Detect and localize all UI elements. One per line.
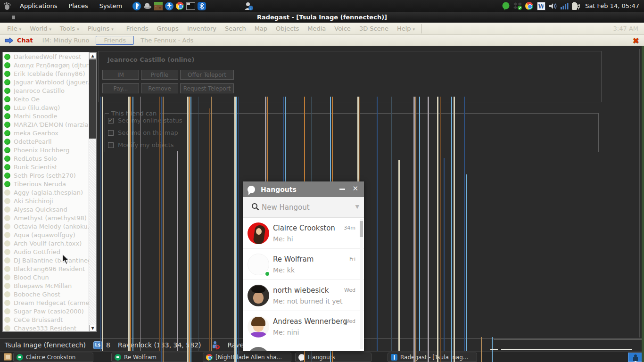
volume-icon[interactable] bbox=[548, 1, 558, 11]
friend-row[interactable]: Sugar Paw (casio2000) bbox=[3, 307, 96, 315]
chrome-icon[interactable] bbox=[175, 1, 185, 11]
friend-row[interactable]: Αιαιηα Ρεηδяαgøη (djtundrai bbox=[3, 61, 96, 69]
accessibility-icon[interactable] bbox=[164, 1, 174, 11]
friend-row[interactable]: Aggy (aglaia.thespian) bbox=[3, 188, 96, 197]
im-button[interactable]: IM bbox=[102, 70, 139, 80]
pay-button[interactable]: Pay... bbox=[102, 83, 139, 93]
contact-row[interactable]: north wiebesickMe: not burned it yetWed bbox=[243, 280, 364, 311]
checkbox[interactable] bbox=[108, 118, 114, 123]
friend-row[interactable]: ԼιԼυ (lilu.dawg) bbox=[3, 103, 96, 112]
hat-icon[interactable] bbox=[142, 1, 152, 11]
battery-icon[interactable] bbox=[571, 1, 581, 11]
friend-row[interactable]: MΛRZIΛ ƊEMON (marzia.far bbox=[3, 120, 96, 129]
workspace-switcher[interactable] bbox=[628, 353, 642, 362]
menu-help[interactable]: Help▾ bbox=[393, 24, 419, 33]
panel-menu-places[interactable]: Places bbox=[64, 1, 92, 10]
friends-list[interactable]: DarkenedWolf PrevostΑιαιηα Ρεηδяαgøη (dj… bbox=[2, 52, 97, 332]
offerteleport-button[interactable]: Offer Teleport bbox=[180, 70, 234, 80]
friend-row[interactable]: Octavia Melody (ankoku.stou bbox=[3, 222, 96, 230]
checkbox[interactable] bbox=[108, 130, 114, 136]
panel-menu-applications[interactable]: Applications bbox=[15, 1, 62, 10]
menu-voice[interactable]: Voice bbox=[330, 24, 355, 33]
contact-row[interactable]: Re WolframMe: kkFri bbox=[243, 249, 364, 280]
contact-row[interactable]: Andreas WennerbergMe: niniWed bbox=[243, 311, 364, 342]
friend-row[interactable]: Seth Piros (seth270) bbox=[3, 171, 96, 180]
friend-row[interactable]: Blood Chun bbox=[3, 273, 96, 281]
terminal-icon[interactable] bbox=[186, 1, 196, 11]
menu-groups[interactable]: Groups bbox=[153, 24, 183, 33]
friend-row[interactable]: BlackFang696 Resident bbox=[3, 264, 96, 273]
friend-row[interactable]: Aqua (aquawolfguy) bbox=[3, 230, 96, 239]
remove-button[interactable]: Remove bbox=[141, 83, 178, 93]
menu-map[interactable]: Map bbox=[250, 24, 272, 33]
friend-row[interactable]: Arch Voullf (arch.toxx) bbox=[3, 239, 96, 247]
tab-chat[interactable]: Chat bbox=[0, 36, 38, 45]
tab-im-mindy-runo[interactable]: IM: Mindy Runo bbox=[38, 36, 94, 45]
tab-the-fennux-ads[interactable]: The Fennux - Ads bbox=[136, 36, 198, 45]
menu-file[interactable]: File▾ bbox=[3, 24, 25, 33]
friend-row[interactable]: Chayse333 Resident bbox=[3, 324, 96, 332]
tab-friends[interactable]: Friends bbox=[96, 36, 134, 45]
friend-row[interactable]: Aki Shichiroji bbox=[3, 197, 96, 205]
friend-row[interactable]: DarkenedWolf Prevost bbox=[3, 52, 96, 61]
friend-row[interactable]: Marhi Snoodle bbox=[3, 112, 96, 120]
task-button-radegast-tsula-inag-[interactable]: Radegast - [Tsula Inag... bbox=[388, 353, 477, 362]
voice-disabled-icon[interactable] bbox=[211, 341, 220, 349]
panel-clock[interactable]: Sat Feb 14, 05:47 bbox=[583, 2, 642, 9]
network-signal-icon[interactable] bbox=[560, 1, 570, 11]
friend-row[interactable]: Runk Scientist bbox=[3, 163, 96, 171]
dropbox-icon[interactable] bbox=[512, 1, 522, 11]
friend-row[interactable]: Alyssa Quicksand bbox=[3, 205, 96, 214]
chrome-icon[interactable] bbox=[524, 1, 534, 11]
friend-row[interactable]: Erik Iceblade (fenny86) bbox=[3, 69, 96, 78]
contact-row[interactable]: Clairce CrookstonMe: hi34m bbox=[243, 218, 364, 249]
friend-row[interactable]: OdettePearll bbox=[3, 137, 96, 146]
friend-row[interactable]: meka Gearbox bbox=[3, 129, 96, 137]
friend-row[interactable]: Jeanroco Castillo bbox=[3, 86, 96, 95]
contact-row[interactable] bbox=[243, 342, 364, 351]
hangouts-scrollbar[interactable] bbox=[360, 219, 363, 349]
close-button[interactable]: ✕ bbox=[352, 184, 358, 193]
task-button-hangouts[interactable]: Hangouts bbox=[295, 353, 372, 362]
minecraft-icon[interactable] bbox=[153, 1, 163, 11]
friend-row[interactable]: Tiberious Neruda bbox=[3, 180, 96, 188]
menu-search[interactable]: Search bbox=[221, 24, 250, 33]
menu-objects[interactable]: Objects bbox=[272, 24, 303, 33]
friend-row[interactable]: Audio Gottfried bbox=[3, 247, 96, 256]
close-tab-button[interactable]: ✖ bbox=[633, 36, 639, 45]
menu-world[interactable]: World▾ bbox=[25, 24, 56, 33]
hangouts-pin-icon[interactable] bbox=[501, 1, 511, 11]
friend-row[interactable]: Dream Hedgecat (carmelita. bbox=[3, 298, 96, 307]
task-button-clairce-crookston[interactable]: Clairce Crookston bbox=[13, 353, 93, 362]
radegast-icon[interactable] bbox=[132, 1, 141, 11]
scrollbar-thumb[interactable] bbox=[89, 59, 96, 139]
friend-row[interactable]: Bluepaws McMillan bbox=[3, 281, 96, 290]
chevron-down-icon[interactable]: ▼ bbox=[355, 204, 359, 210]
task-button-re-wolfram[interactable]: Re Wolfram bbox=[111, 353, 189, 362]
word-icon[interactable]: W bbox=[536, 1, 546, 11]
scroll-down-button[interactable]: ▼ bbox=[89, 325, 96, 331]
friends-scrollbar[interactable]: ▲ ▼ bbox=[89, 52, 96, 331]
friend-row[interactable]: Jaguar Warblood (jaguer.ligh bbox=[3, 78, 96, 86]
menu-3d-scene[interactable]: 3D Scene bbox=[355, 24, 393, 33]
friend-row[interactable]: Keito Oe bbox=[3, 95, 96, 103]
hangouts-search[interactable]: New Hangout ▼ bbox=[243, 197, 364, 218]
panel-menu-system[interactable]: System bbox=[95, 1, 127, 10]
requestteleport-button[interactable]: Request Teleport bbox=[180, 83, 234, 93]
friend-row[interactable]: RedLotus Solo bbox=[3, 154, 96, 163]
bluetooth-icon[interactable] bbox=[197, 1, 206, 11]
hangouts-window[interactable]: Hangouts ✕ New Hangout ▼ Clairce Crookst… bbox=[243, 181, 364, 351]
friend-row[interactable]: Phoenix Hochberg bbox=[3, 146, 96, 154]
menu-inventory[interactable]: Inventory bbox=[183, 24, 221, 33]
window-titlebar[interactable]: Radegast - [Tsula Inage (fennectech)] bbox=[0, 12, 644, 23]
checkbox[interactable] bbox=[108, 142, 114, 148]
scroll-up-button[interactable]: ▲ bbox=[89, 52, 96, 59]
friend-row[interactable]: CeCe Bruissardt bbox=[3, 315, 96, 324]
user-info-icon[interactable]: i bbox=[243, 1, 253, 11]
minimize-button[interactable] bbox=[339, 189, 345, 190]
friend-row[interactable]: DJ Ballantine (ballantinegold bbox=[3, 256, 96, 264]
hangouts-titlebar[interactable]: Hangouts ✕ bbox=[243, 181, 364, 197]
menu-media[interactable]: Media bbox=[303, 24, 330, 33]
menu-friends[interactable]: Friends bbox=[122, 24, 153, 33]
menu-plugins[interactable]: Plugins▾ bbox=[83, 24, 118, 33]
